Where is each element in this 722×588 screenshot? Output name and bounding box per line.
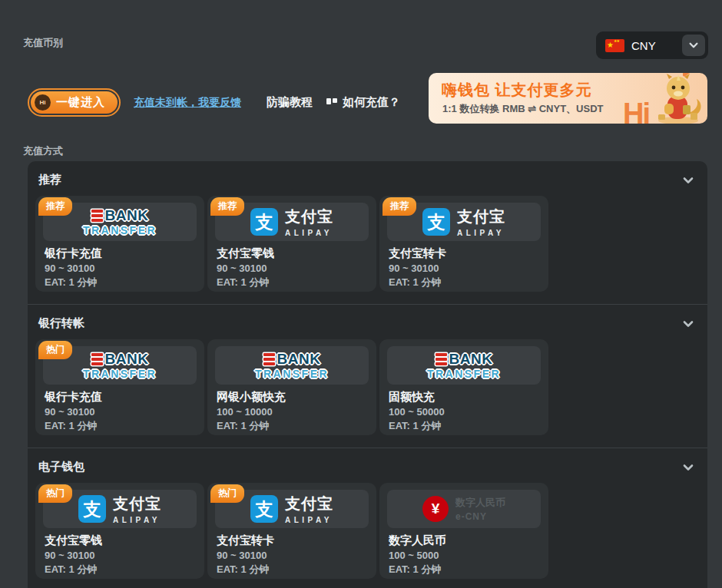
ecny-icon: ¥: [422, 496, 449, 522]
section-ewallet: 电子钱包 热门 支 支付宝 ALIPAY 支付宝零钱 90: [28, 448, 707, 588]
bank-transfer-logo: BANK TRANSFER: [215, 346, 369, 385]
cards-row: 推荐 BANK TRANSFER 银行卡充值 90 ~ 30100 EAT: 1…: [35, 196, 697, 292]
section-recommended: 推荐 推荐 BANK TRANSFER 银行卡充值 90: [28, 161, 707, 305]
section-title: 电子钱包: [38, 460, 84, 474]
card-badge: 推荐: [210, 197, 244, 216]
flag-star: ★: [607, 38, 614, 51]
banner-subtitle: 1:1 数位转换 RMB ⇌ CNYT、USDT: [442, 102, 604, 116]
bank-word: BANK: [105, 208, 149, 223]
card-title: 数字人民币: [389, 533, 446, 548]
card-range: 90 ~ 30100: [45, 263, 94, 274]
card-badge: 热门: [38, 484, 72, 503]
alipay-cn: 支付宝: [285, 206, 333, 227]
card-eat: EAT: 1 分钟: [217, 276, 269, 289]
card-eat: EAT: 1 分钟: [389, 563, 441, 576]
video-tutorial-icon: [326, 97, 338, 107]
currency-value: CNY: [631, 39, 682, 52]
section-title: 推荐: [38, 173, 61, 187]
card-title: 银行卡充值: [45, 390, 102, 405]
card-eat: EAT: 1 分钟: [45, 563, 97, 576]
card-title: 网银小额快充: [217, 390, 286, 405]
alipay-cn: 支付宝: [113, 494, 161, 514]
section-bank-transfer: 银行转帐 热门 BANK TRANSFER 银行卡充值: [28, 305, 707, 448]
payment-card[interactable]: BANK TRANSFER 网银小额快充 100 ~ 10000 EAT: 1 …: [207, 339, 376, 435]
payment-card[interactable]: BANK TRANSFER 固额快充 100 ~ 50000 EAT: 1 分钟: [379, 339, 548, 435]
alipay-en: ALIPAY: [285, 229, 333, 237]
payment-card[interactable]: 热门 BANK TRANSFER 银行卡充值 90 ~ 30100 EAT: 1…: [35, 339, 204, 435]
card-title: 支付宝转卡: [217, 533, 274, 548]
china-flag-icon: ★ ★★: [605, 39, 624, 52]
card-range: 90 ~ 30100: [45, 550, 94, 561]
payment-card[interactable]: 推荐 BANK TRANSFER 银行卡充值 90 ~ 30100 EAT: 1…: [35, 196, 204, 292]
card-badge: 热门: [210, 484, 244, 503]
bank-bars-icon: [436, 353, 447, 365]
card-title: 支付宝零钱: [217, 246, 274, 261]
chevron-down-icon[interactable]: [681, 173, 695, 187]
section-header[interactable]: 银行转帐: [35, 305, 697, 339]
dragon-mascot-icon: [649, 73, 704, 124]
currency-selector[interactable]: ★ ★★ CNY: [596, 31, 708, 59]
card-range: 100 ~ 5000: [389, 550, 439, 561]
alipay-cn: 支付宝: [457, 206, 505, 227]
chevron-down-icon[interactable]: [681, 317, 695, 331]
cards-row: 热门 支 支付宝 ALIPAY 支付宝零钱 90 ~ 30100 EAT: 1 …: [35, 483, 697, 579]
card-eat: EAT: 1 分钟: [389, 419, 441, 433]
card-range: 100 ~ 10000: [217, 406, 273, 418]
card-eat: EAT: 1 分钟: [217, 563, 269, 576]
currency-chevron-button[interactable]: [682, 35, 705, 56]
hi-wallet-logo: Hi: [623, 99, 649, 124]
methods-panel: 推荐 推荐 BANK TRANSFER 银行卡充值 90: [28, 161, 707, 588]
section-header[interactable]: 电子钱包: [35, 448, 697, 483]
transfer-word: TRANSFER: [255, 368, 329, 379]
hi-logo-icon: Hi: [35, 94, 51, 111]
chevron-down-icon: [688, 40, 699, 51]
card-eat: EAT: 1 分钟: [389, 276, 441, 289]
card-title: 支付宝零钱: [45, 533, 102, 548]
banner-art: Hi: [623, 73, 704, 124]
chevron-down-icon[interactable]: [681, 461, 695, 474]
card-badge: 推荐: [383, 197, 416, 216]
alipay-icon: 支: [78, 495, 106, 523]
toolbar: Hi 一键进入 充值未到帐，我要反馈 防骗教程 如何充值？: [28, 88, 400, 117]
card-range: 90 ~ 30100: [217, 263, 267, 274]
feedback-link[interactable]: 充值未到帐，我要反馈: [134, 96, 241, 110]
ecny-logo: ¥ 数字人民币 e-CNY: [387, 490, 541, 528]
bank-word: BANK: [105, 352, 149, 366]
card-eat: EAT: 1 分钟: [217, 419, 269, 433]
anti-fraud-link[interactable]: 防骗教程: [267, 95, 313, 110]
section-title: 银行转帐: [38, 316, 84, 331]
card-badge: 热门: [38, 341, 72, 359]
card-badge: 推荐: [38, 197, 72, 216]
transfer-word: TRANSFER: [83, 368, 157, 379]
currency-label: 充值币别: [23, 36, 63, 50]
deposit-page: { "page": { "currency_label": "充值币别", "m…: [0, 0, 722, 588]
transfer-word: TRANSFER: [427, 368, 501, 379]
card-range: 90 ~ 30100: [217, 550, 267, 561]
payment-card[interactable]: ¥ 数字人民币 e-CNY 数字人民币 100 ~ 5000 EAT: 1 分钟: [379, 483, 548, 579]
bank-word: BANK: [449, 352, 493, 366]
section-header[interactable]: 推荐: [35, 161, 697, 196]
alipay-icon: 支: [422, 208, 450, 236]
methods-label: 充值方式: [23, 144, 63, 158]
roof-icon: [683, 73, 707, 78]
alipay-en: ALIPAY: [285, 516, 333, 524]
payment-card[interactable]: 推荐 支 支付宝 ALIPAY 支付宝转卡 90 ~ 30100 EAT: 1 …: [379, 196, 548, 292]
payment-card[interactable]: 推荐 支 支付宝 ALIPAY 支付宝零钱 90 ~ 30100 EAT: 1 …: [207, 196, 376, 292]
transfer-word: TRANSFER: [83, 225, 157, 236]
quick-enter-label: 一键进入: [56, 95, 105, 110]
payment-card[interactable]: 热门 支 支付宝 ALIPAY 支付宝零钱 90 ~ 30100 EAT: 1 …: [35, 483, 204, 579]
card-title: 银行卡充值: [45, 246, 102, 261]
card-eat: EAT: 1 分钟: [45, 419, 97, 433]
quick-enter-button[interactable]: Hi 一键进入: [28, 88, 121, 117]
bank-transfer-logo: BANK TRANSFER: [387, 346, 541, 385]
bank-bars-icon: [91, 210, 103, 222]
alipay-en: ALIPAY: [113, 516, 161, 524]
banner-title: 嗨钱包 让支付更多元: [442, 80, 592, 101]
how-to-link[interactable]: 如何充值？: [326, 95, 400, 110]
payment-card[interactable]: 热门 支 支付宝 ALIPAY 支付宝转卡 90 ~ 30100 EAT: 1 …: [207, 483, 376, 579]
card-range: 90 ~ 30100: [389, 263, 439, 274]
card-eat: EAT: 1 分钟: [45, 276, 97, 289]
quick-enter-inner: Hi 一键进入: [31, 91, 118, 114]
alipay-cn: 支付宝: [285, 494, 333, 514]
promo-banner[interactable]: 嗨钱包 让支付更多元 1:1 数位转换 RMB ⇌ CNYT、USDT Hi: [429, 73, 707, 124]
